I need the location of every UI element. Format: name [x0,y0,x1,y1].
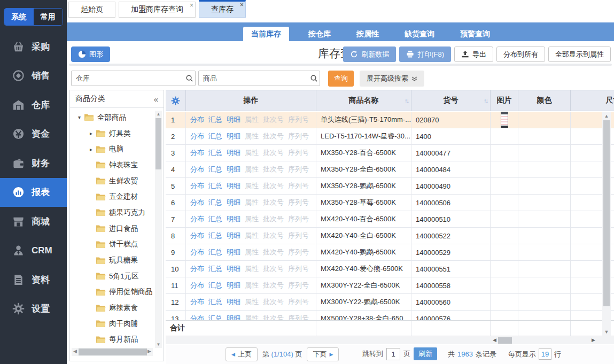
table-row[interactable]: 13 分布汇总明细属性批次号序列号 MX500Y-Y28+38-全白-650 1… [166,311,614,320]
tree-item[interactable]: 饼干糕点 [70,237,164,253]
query-button[interactable]: 查询 [328,71,354,87]
scroll-right-icon[interactable]: ▶ [592,337,595,343]
table-row[interactable]: 4 分布汇总明细属性批次号序列号 MX350-Y28-全白-6500K 1400… [166,161,614,178]
op-link-distribution[interactable]: 分布 [190,314,204,320]
view-tab-by-warehouse[interactable]: 按仓库 [302,27,337,41]
op-link-detail[interactable]: 明细 [227,131,240,141]
op-link-distribution[interactable]: 分布 [190,297,204,307]
op-link-summary[interactable]: 汇总 [208,314,222,320]
warehouse-search-input[interactable] [72,71,183,86]
op-link-summary[interactable]: 汇总 [208,247,222,257]
table-row[interactable]: 1 分布汇总明细属性批次号序列号 单头连线(三插)-T5-170mm-... 0… [166,112,614,128]
op-link-distribution[interactable]: 分布 [190,165,204,174]
op-link-detail[interactable]: 明细 [227,297,240,307]
sidebar-item-crm[interactable]: CRM [0,236,67,266]
tree-item[interactable]: 麻辣素食 [70,300,164,316]
close-icon[interactable]: × [190,2,193,9]
sidebar-tab-system[interactable]: 系统 [4,9,34,25]
sidebar-item-finance[interactable]: 财务 [0,149,67,178]
tree-item[interactable]: 停用促销商品 [70,284,164,300]
prev-page-button[interactable]: ◀ 上页 [226,347,258,361]
close-icon[interactable]: × [240,2,244,8]
column-settings-button[interactable] [166,90,186,111]
scroll-up-icon[interactable]: ▲ [155,112,162,117]
op-link-distribution[interactable]: 分布 [190,131,204,141]
scroll-up-icon[interactable]: ▲ [602,113,611,119]
search-icon[interactable] [308,74,320,82]
tree-item[interactable]: 钟表珠宝 [70,157,164,173]
table-row[interactable]: 11 分布汇总明细属性批次号序列号 MX300Y-Y22-全白-6500K 14… [166,277,614,294]
export-button[interactable]: 导出 [454,47,493,62]
op-link-summary[interactable]: 汇总 [208,214,222,224]
scrollbar-thumb[interactable] [498,337,512,344]
op-link-summary[interactable]: 汇总 [208,148,222,158]
op-link-distribution[interactable]: 分布 [190,148,204,158]
tree-item[interactable]: 糖果巧克力 [70,205,164,221]
op-link-summary[interactable]: 汇总 [208,198,222,207]
product-search-input[interactable] [199,71,308,86]
table-row[interactable]: 9 分布汇总明细属性批次号序列号 MX420-Y40-鹦鹉-6500K 1400… [166,244,614,261]
op-link-distribution[interactable]: 分布 [190,214,204,224]
op-link-detail[interactable]: 明细 [227,214,240,224]
sidebar-item-funds[interactable]: 资金 [0,120,67,149]
op-link-detail[interactable]: 明细 [227,314,240,320]
refresh-page-button[interactable]: 刷新 [414,347,437,360]
op-link-detail[interactable]: 明细 [227,165,240,174]
op-link-distribution[interactable]: 分布 [190,181,204,191]
scroll-down-icon[interactable]: ▼ [155,342,162,347]
op-link-summary[interactable]: 汇总 [208,181,222,191]
op-link-summary[interactable]: 汇总 [208,131,222,141]
table-row[interactable]: 10 分布汇总明细属性批次号序列号 MX420-Y40-爱心熊-6500K 14… [166,261,614,277]
table-row[interactable]: 2 分布汇总明细属性批次号序列号 LED-T5-1170-14W-星睿-30..… [166,128,614,145]
sidebar-tab-common[interactable]: 常用 [34,9,63,25]
advanced-search-button[interactable]: 展开高级搜索 [360,71,424,87]
op-link-summary[interactable]: 汇总 [208,281,222,290]
sidebar-item-warehouse[interactable]: 仓库 [0,90,67,120]
table-horizontal-scrollbar[interactable]: ◀ ▶ [166,336,614,344]
view-tab-current-inventory[interactable]: 当前库存 [243,27,289,41]
op-link-detail[interactable]: 明细 [227,148,240,158]
scrollbar-thumb[interactable] [79,348,147,355]
tree-item[interactable]: 5角1元区 [70,268,164,284]
category-tree-vertical-scrollbar[interactable]: ▲ ▼ [155,111,162,348]
tree-item[interactable]: 肉干肉脯 [70,316,164,332]
op-link-detail[interactable]: 明细 [227,115,240,125]
distribute-all-button[interactable]: 分布到所有 [496,47,545,62]
tree-item[interactable]: 五金建材 [70,189,164,205]
sort-icon[interactable]: ↑↓ [405,97,408,104]
table-row[interactable]: 7 分布汇总明细属性批次号序列号 MX420-Y40-百合-6500K 1400… [166,211,614,228]
view-tab-alert-query[interactable]: 预警查询 [454,27,496,41]
scrollbar-thumb[interactable] [603,120,610,306]
sidebar-item-mall[interactable]: 商城 [0,207,67,236]
view-tab-out-of-stock-query[interactable]: 缺货查询 [398,27,441,41]
window-tab-home[interactable]: 起始页 [68,2,115,18]
next-page-button[interactable]: 下页 ▶ [307,347,339,361]
tree-item[interactable]: ▾ 全部商品 [70,110,164,126]
op-link-detail[interactable]: 明细 [227,264,240,274]
window-tab-inventory-check[interactable]: 查库存 × [199,0,246,18]
op-link-detail[interactable]: 明细 [227,281,240,290]
op-link-detail[interactable]: 明细 [227,231,240,241]
tree-item[interactable]: 玩具糖果 [70,252,164,268]
column-header-item-code[interactable]: 货号↑↓ [411,90,491,111]
caret-icon[interactable]: ▾ [75,114,83,120]
op-link-summary[interactable]: 汇总 [208,231,222,241]
view-tab-by-attribute[interactable]: 按属性 [350,27,385,41]
op-link-distribution[interactable]: 分布 [190,264,204,274]
window-tab-franchisee-inventory-query[interactable]: 加盟商库存查询 × [119,2,196,18]
jump-page-input[interactable] [386,348,400,360]
op-link-distribution[interactable]: 分布 [190,281,204,290]
tree-item[interactable]: ▸ 电脑 [70,141,164,157]
tree-item[interactable]: 生鲜农贸 [70,173,164,189]
scrollbar-thumb[interactable] [156,118,161,169]
op-link-summary[interactable]: 汇总 [208,165,222,174]
per-page-input[interactable] [539,348,551,360]
sidebar-item-purchase[interactable]: 采购 [0,32,67,61]
op-link-summary[interactable]: 汇总 [208,264,222,274]
scroll-right-icon[interactable]: ▶ [147,348,151,354]
caret-icon[interactable]: ▸ [87,130,95,136]
table-row[interactable]: 6 分布汇总明细属性批次号序列号 MX350-Y28-草莓-6500K 1400… [166,195,614,211]
op-link-detail[interactable]: 明细 [227,181,240,191]
scroll-left-icon[interactable]: ◀ [493,337,496,343]
tree-item[interactable]: 进口食品 [70,221,164,237]
